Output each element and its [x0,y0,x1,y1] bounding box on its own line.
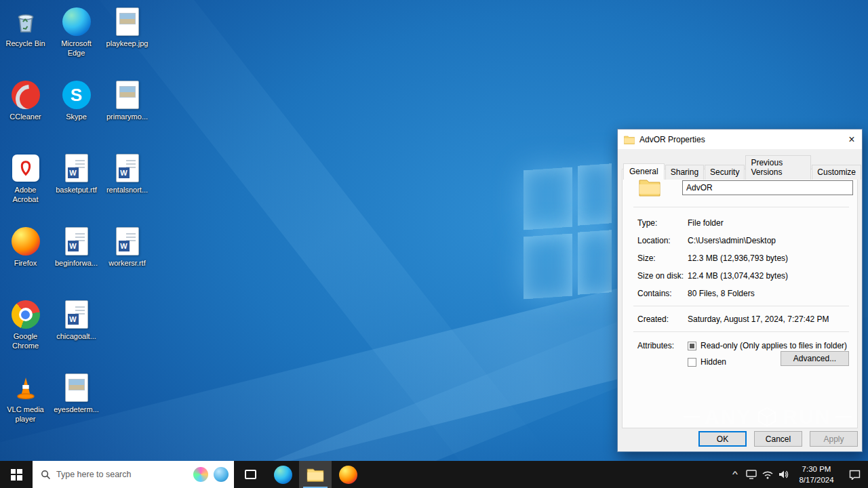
field-location: Location:C:\Users\admin\Desktop [637,236,849,246]
desktop-icon-label: Recycle Bin [5,39,45,49]
desktop-icon-label: CCleaner [9,113,41,122]
desktop-icon-chicagoalt[interactable]: W chicagoalt... [51,294,102,367]
desktop-icon-grid: Recycle Bin Microsoft Edge playkeep.jpg … [0,1,153,441]
dialog-titlebar[interactable]: AdvOR Properties × [618,129,862,149]
desktop-icon-label: workersr.rtf [108,259,145,268]
windows-logo-pane [524,167,572,230]
firefox-icon [339,466,357,484]
desktop-icon-firefox[interactable]: Firefox [0,221,51,294]
tray-clock[interactable]: 7:30 PM 8/17/2024 [792,464,841,485]
field-size: Size:12.3 MB (12,936,793 bytes) [637,253,849,264]
desktop-icon-workersr-rtf[interactable]: W workersr.rtf [102,221,153,294]
tab-general[interactable]: General [623,163,665,180]
search-highlight-icon[interactable] [193,467,208,482]
windows-logo-icon [11,469,22,481]
desktop-icon-primarymo[interactable]: primarymo... [102,75,153,148]
desktop-icon-microsoft-edge[interactable]: Microsoft Edge [51,1,102,75]
network-tray-icon[interactable] [760,461,776,488]
taskbar-firefox-button[interactable] [332,461,364,488]
windows-logo-pane [578,230,612,294]
hidden-icons-chevron[interactable]: ^ [724,461,747,488]
chrome-icon [10,299,41,330]
taskbar-search[interactable]: Type here to search [33,461,234,488]
desktop-icon-beginforwa[interactable]: W beginforwa... [51,221,102,294]
desktop-icon-label: Skype [66,113,87,122]
word-file-icon: W [112,152,143,184]
system-tray: ^ 7:30 PM 8/17/2024 [727,461,868,488]
ok-button[interactable]: OK [698,431,747,447]
taskbar-edge-button[interactable] [267,461,299,488]
dialog-title: AdvOR Properties [639,135,842,144]
desktop-icon-label: chicagoalt... [56,332,96,342]
skype-icon: S [61,79,92,110]
desktop-icon-basketput-rtf[interactable]: W basketput.rtf [51,148,102,221]
general-tab-page: Type:File folder Location:C:\Users\admin… [622,169,858,428]
advor-properties-dialog: AdvOR Properties × General Sharing Secur… [617,129,863,452]
desktop-icon-label: eyesdeterm... [54,405,99,415]
field-size-on-disk: Size on disk:12.4 MB (13,074,432 bytes) [637,271,849,281]
desktop-icon-label: VLC media player [1,405,50,424]
readonly-checkbox[interactable] [688,342,696,350]
tab-security[interactable]: Security [705,165,745,180]
desktop-icon-google-chrome[interactable]: Google Chrome [0,294,51,367]
desktop-icon-skype[interactable]: S Skype [51,75,102,148]
desktop-icon-label: beginforwa... [55,259,98,268]
word-file-icon: W [112,226,143,257]
tray-date: 8/17/2024 [792,475,841,486]
search-globe-icon[interactable] [214,467,229,482]
desktop-icon-label: playkeep.jpg [106,39,149,49]
separator [633,306,849,306]
folder-name-input[interactable] [682,180,853,195]
attributes-readonly-row: Attributes: Read-only (Only applies to f… [637,341,849,351]
start-button[interactable] [0,461,33,488]
desktop-icon-label: Adobe Acrobat [1,186,50,205]
task-view-button[interactable] [234,461,267,488]
advanced-button[interactable]: Advanced... [781,351,849,366]
task-view-icon [245,470,256,479]
field-contains: Contains:80 Files, 8 Folders [637,289,849,299]
apply-button[interactable]: Apply [810,431,858,447]
taskbar: Type here to search ^ 7:30 PM 8/17/2024 [0,461,868,488]
windows-logo-pane [524,233,572,299]
desktop-icon-playkeep-jpg[interactable]: playkeep.jpg [102,1,153,75]
tab-sharing[interactable]: Sharing [665,165,704,180]
dialog-tabs: General Sharing Security Previous Versio… [623,155,862,180]
readonly-label: Read-only (Only applies to files in fold… [701,341,847,351]
ccleaner-icon [10,79,41,110]
desktop-icon-rentalsnort[interactable]: W rentalsnort... [102,148,153,221]
taskbar-file-explorer-button[interactable] [299,461,332,488]
action-center-icon[interactable] [841,461,868,488]
desktop-icon-label: Microsoft Edge [52,39,101,58]
word-file-icon: W [61,226,92,257]
acrobat-icon [10,152,41,184]
desktop-icon-vlc[interactable]: VLC media player [0,367,51,441]
hidden-checkbox[interactable] [688,358,696,367]
recycle-bin-icon [10,6,41,37]
windows-logo-pane [578,163,612,225]
folder-icon [624,135,635,144]
hidden-label: Hidden [701,357,726,367]
tray-time: 7:30 PM [792,464,841,475]
image-file-icon [112,6,143,37]
volume-tray-icon[interactable] [776,461,792,488]
close-icon[interactable]: × [842,129,862,149]
desktop-icon-label: Firefox [14,259,37,268]
separator [633,331,849,332]
image-file-icon [61,372,92,403]
search-placeholder: Type here to search [56,470,188,479]
firefox-icon [10,226,41,257]
image-file-icon [112,79,143,110]
edge-icon [274,466,292,484]
desktop-icon-recycle-bin[interactable]: Recycle Bin [0,1,51,75]
desktop-icon-eyesdeterm[interactable]: eyesdeterm... [51,367,102,441]
desktop-icon-ccleaner[interactable]: CCleaner [0,75,51,148]
desktop-icon-label: primarymo... [106,113,148,122]
field-type: Type:File folder [637,218,849,228]
tab-previous-versions[interactable]: Previous Versions [745,155,811,180]
desktop-icon-label: Google Chrome [1,332,50,351]
cancel-button[interactable]: Cancel [754,431,802,447]
tab-customize[interactable]: Customize [812,165,861,180]
word-file-icon: W [61,152,92,184]
desktop-icon-adobe-acrobat[interactable]: Adobe Acrobat [0,148,51,221]
vlc-icon [10,372,41,403]
